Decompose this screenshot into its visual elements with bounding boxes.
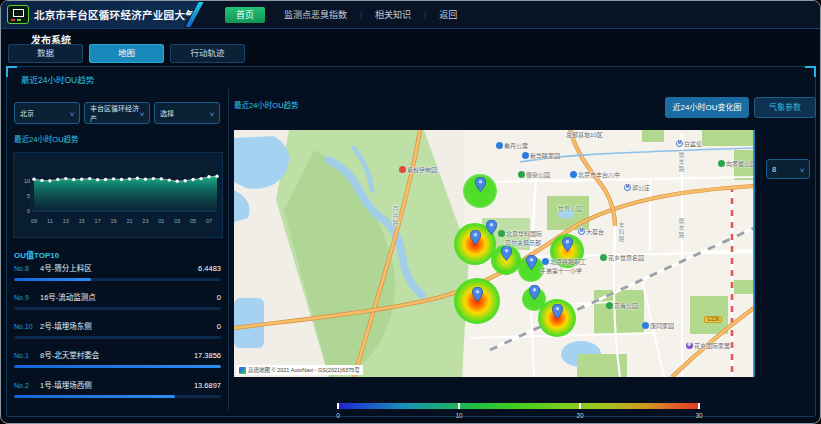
map-label: 新华联家园 bbox=[522, 152, 560, 159]
progress-track bbox=[14, 336, 221, 339]
map-label: 高青公园 bbox=[606, 302, 638, 309]
ou-value: 0 bbox=[217, 293, 221, 302]
map-label: 丰科路 bbox=[618, 222, 624, 243]
scale-label: 30 bbox=[695, 412, 702, 419]
point-select[interactable]: 选择 ∨ bbox=[154, 102, 220, 124]
ou-value: 0 bbox=[217, 322, 221, 331]
map-right-dropdown[interactable]: 8 ∨ bbox=[766, 159, 810, 179]
chart-point bbox=[48, 179, 51, 182]
x-tick-label: 23 bbox=[142, 218, 148, 224]
chart-point bbox=[215, 175, 218, 178]
tab-data[interactable]: 数据 bbox=[8, 44, 83, 63]
map-label: P花乡国际家居 bbox=[686, 342, 730, 349]
header-bar: 北京市丰台区循环经济产业园大气恶臭状况实时 首页 监测点恶臭指数 | 相关知识 … bbox=[1, 1, 820, 29]
ou-change-chart-button[interactable]: 近24小时OU变化图 bbox=[665, 97, 749, 118]
chart-point bbox=[152, 177, 155, 180]
app-logo-icon bbox=[7, 5, 29, 24]
metro-poi-icon: M bbox=[624, 184, 631, 191]
chart-point bbox=[112, 177, 115, 180]
app-window: 北京市丰台区循环经济产业园大气恶臭状况实时 首页 监测点恶臭指数 | 相关知识 … bbox=[0, 0, 821, 424]
progress-fill bbox=[14, 365, 221, 368]
red-poi-icon bbox=[399, 166, 406, 173]
map-labels-layer: 紫谷伊甸园看丹公寓总部基地10区M白盆窑向黄馨公园新华联家园御泉公园北京市丰台八… bbox=[234, 130, 754, 377]
x-tick-label: 01 bbox=[158, 218, 164, 224]
top10-row: No.84号-筛分上料区6.4483 bbox=[14, 262, 221, 281]
rank-label: No.10 bbox=[14, 323, 35, 330]
park-select-value: 丰台区循环经济产 bbox=[90, 103, 140, 123]
city-select[interactable]: 北京 ∨ bbox=[14, 102, 80, 124]
scale-tick bbox=[337, 403, 339, 409]
map-label: 向黄馨公园 bbox=[718, 160, 754, 167]
map-label: 总部基地10区 bbox=[566, 132, 603, 138]
map-label: 樊羊路 bbox=[678, 152, 684, 173]
chart-point bbox=[80, 178, 83, 181]
map-section-title: 最近24小时OU趋势 bbox=[234, 99, 299, 110]
amap-logo-icon bbox=[239, 367, 246, 374]
chart-point bbox=[199, 177, 202, 180]
map-label: M白盆窑 bbox=[676, 140, 702, 147]
x-tick-label: 07 bbox=[206, 218, 212, 224]
x-tick-label: 15 bbox=[79, 218, 85, 224]
station-name: 2号-填埋场东侧 bbox=[40, 320, 217, 331]
chart-point bbox=[207, 175, 210, 178]
blue-poi-icon bbox=[570, 171, 577, 178]
chart-point bbox=[176, 180, 179, 183]
x-tick-label: 11 bbox=[47, 218, 53, 224]
chart-point bbox=[160, 177, 163, 180]
panel-corner-decoration bbox=[6, 66, 17, 77]
park-poi-icon bbox=[498, 230, 505, 237]
point-select-value: 选择 bbox=[160, 108, 174, 118]
chart-point bbox=[120, 178, 123, 181]
tab-trajectory[interactable]: 行动轨迹 bbox=[170, 44, 245, 63]
trend-chart: 10 5 0 091113151719212301030507 bbox=[13, 152, 223, 238]
station-name: 8号-北天堂村委会 bbox=[40, 349, 194, 360]
y-tick-label: 0 bbox=[27, 208, 30, 214]
progress-track bbox=[14, 307, 221, 310]
nav-item-home[interactable]: 首页 bbox=[225, 7, 265, 23]
ou-value: 6.4483 bbox=[198, 264, 221, 273]
top10-row: No.21号-填埋场西侧13.6897 bbox=[14, 379, 221, 398]
map-canvas[interactable]: 紫谷伊甸园看丹公寓总部基地10区M白盆窑向黄馨公园新华联家园御泉公园北京市丰台八… bbox=[234, 130, 754, 377]
map-label: 北京市丰台八中 bbox=[570, 171, 620, 178]
rank-label: No.1 bbox=[14, 352, 35, 359]
header-title-area: 北京市丰台区循环经济产业园大气恶臭状况实时 bbox=[1, 1, 199, 28]
chart-point bbox=[88, 177, 91, 180]
map-label: 御泉公园 bbox=[518, 171, 550, 178]
chevron-down-icon: ∨ bbox=[209, 110, 215, 117]
x-tick-label: 03 bbox=[174, 218, 180, 224]
y-tick-label: 5 bbox=[27, 193, 30, 199]
park-poi-icon bbox=[518, 171, 525, 178]
chevron-down-icon: ∨ bbox=[139, 110, 145, 117]
map-label: 康同家园 bbox=[642, 322, 674, 329]
park-poi-icon bbox=[600, 254, 607, 261]
map-label: 芦井路 bbox=[392, 206, 398, 227]
blue-poi-icon bbox=[522, 152, 529, 159]
x-axis-labels: 091113151719212301030507 bbox=[31, 218, 212, 224]
map-attribution: 高德地图 © 2021 AutoNavi - GS(2021)6375号 bbox=[236, 365, 363, 375]
nav-item-odor-index[interactable]: 监测点恶臭指数 bbox=[271, 8, 360, 21]
map-label: 看丹公寓 bbox=[496, 142, 528, 149]
city-select-value: 北京 bbox=[20, 108, 34, 118]
scale-tick bbox=[579, 403, 581, 409]
weather-params-button[interactable]: 气象参数 bbox=[754, 97, 816, 118]
rank-label: No.8 bbox=[14, 265, 35, 272]
trend-chart-title: 最近24小时OU趋势 bbox=[14, 133, 79, 144]
top10-row: No.916号-流动监测点0 bbox=[14, 291, 221, 310]
chart-point bbox=[32, 178, 35, 181]
park-select[interactable]: 丰台区循环经济产 ∨ bbox=[84, 102, 150, 124]
progress-fill bbox=[14, 278, 91, 281]
chevron-down-icon: ∨ bbox=[799, 166, 805, 173]
map-label: 紫谷伊甸园 bbox=[399, 166, 437, 173]
metro-poi-icon: M bbox=[676, 140, 683, 147]
blue-poi-icon bbox=[542, 258, 549, 265]
ou-value: 17.3856 bbox=[194, 351, 221, 360]
view-tabs: 数据 地图 行动轨迹 bbox=[8, 44, 245, 63]
map-label: 世界公园 bbox=[558, 206, 582, 212]
tab-map[interactable]: 地图 bbox=[89, 44, 164, 63]
nav-item-knowledge[interactable]: 相关知识 bbox=[362, 8, 424, 21]
scale-label: 20 bbox=[576, 412, 583, 419]
nav-item-back[interactable]: 返回 bbox=[426, 8, 470, 21]
x-tick-label: 13 bbox=[63, 218, 69, 224]
map-label: 子弟第十一小学 bbox=[540, 268, 582, 274]
x-tick-label: 09 bbox=[31, 218, 37, 224]
